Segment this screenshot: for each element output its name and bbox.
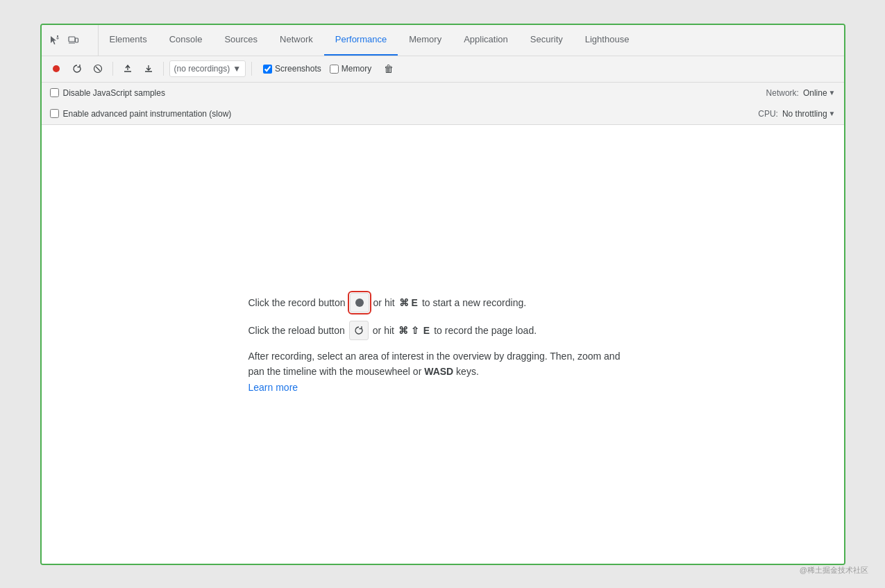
network-dropdown-arrow[interactable]: ▼ [829,89,836,96]
screenshots-checkbox[interactable] [263,65,272,74]
disable-js-samples-checkbox[interactable] [50,88,59,97]
memory-checkbox[interactable] [330,65,339,74]
svg-rect-2 [69,37,75,42]
reload-line-text: Click the reload button [248,325,345,336]
recordings-dropdown[interactable]: (no recordings) ▼ [169,60,246,77]
tab-security[interactable]: Security [519,25,574,56]
settings-row-2: Enable advanced paint instrumentation (s… [42,103,844,124]
advanced-paint-text: Enable advanced paint instrumentation (s… [63,109,232,119]
reload-or-text: or hit [373,325,394,336]
cpu-select-wrapper: No throttling ▼ [782,109,836,119]
reload-end-text: to record the page load. [434,325,537,336]
trash-icon: 🗑 [384,63,394,74]
tab-performance[interactable]: Performance [324,25,398,56]
settings-row-1: Disable JavaScript samples Network: Onli… [42,83,844,103]
tab-network[interactable]: Network [269,25,324,56]
device-mode-icon[interactable] [67,33,81,47]
performance-toolbar: (no recordings) ▼ Screenshots Memory 🗑 [42,56,844,83]
tab-application[interactable]: Application [453,25,519,56]
tab-lighthouse[interactable]: Lighthouse [574,25,641,56]
cpu-dropdown-arrow[interactable]: ▼ [829,110,836,117]
network-label: Network: [766,88,799,98]
toolbar-divider-3 [251,62,252,76]
cpu-label: CPU: [758,109,778,119]
record-end-text: to start a new recording. [422,297,526,308]
svg-rect-1 [57,37,58,39]
reload-instruction-row: Click the reload button or hit ⌘ ⇧ E to … [248,321,637,340]
delete-recordings-button[interactable]: 🗑 [380,60,398,78]
tab-console[interactable]: Console [158,25,214,56]
network-setting: Network: Online ▼ [766,88,836,98]
devtools-window: Elements Console Sources Network Perform… [40,24,845,565]
svg-line-7 [96,67,100,71]
toolbar-divider-2 [163,62,164,76]
record-inline-button[interactable] [350,293,369,312]
record-line-text: Click the record button [248,297,346,308]
wasd-text: WASD [424,366,453,377]
memory-checkbox-group[interactable]: Memory [330,64,371,74]
advanced-paint-row: Enable advanced paint instrumentation (s… [50,109,232,119]
cpu-setting: CPU: No throttling ▼ [758,109,835,119]
reload-record-button[interactable] [68,60,86,78]
disable-js-samples-text: Disable JavaScript samples [63,88,165,98]
settings-panel: Disable JavaScript samples Network: Onli… [42,83,844,125]
delete-button-area: 🗑 [380,60,398,78]
disable-js-samples-label[interactable]: Disable JavaScript samples [50,88,165,98]
main-content: Click the record button or hit ⌘ E to st… [42,125,844,564]
screenshots-checkbox-group[interactable]: Screenshots [263,64,321,74]
reload-bold-e: E [423,325,430,336]
svg-rect-3 [75,38,78,42]
memory-label: Memory [342,64,371,74]
svg-rect-0 [57,35,58,37]
tab-icons [42,25,99,56]
reload-key-text: ⌘ ⇧ [398,325,419,336]
watermark: @稀土掘金技术社区 [800,565,868,576]
cpu-value: No throttling [782,109,827,119]
recordings-placeholder: (no recordings) [174,64,230,74]
record-button[interactable] [47,60,65,78]
upload-button[interactable] [119,60,137,78]
learn-more-link[interactable]: Learn more [248,382,298,393]
advanced-paint-label[interactable]: Enable advanced paint instrumentation (s… [50,109,232,119]
network-value: Online [803,88,827,98]
description-block: After recording, select an area of inter… [248,348,637,395]
instructions-block: Click the record button or hit ⌘ E to st… [235,279,651,409]
record-dot-icon [355,299,364,307]
download-button[interactable] [140,60,158,78]
record-or-text: or hit [373,297,395,308]
toolbar-divider-1 [112,62,113,76]
tab-bar: Elements Console Sources Network Perform… [42,25,844,56]
tabs-list: Elements Console Sources Network Perform… [99,25,844,56]
record-instruction-row: Click the record button or hit ⌘ E to st… [248,293,637,312]
svg-point-5 [53,65,60,72]
cursor-inspector-icon[interactable] [47,33,61,47]
record-key-text: ⌘ E [399,297,418,308]
reload-inline-button[interactable] [349,321,369,340]
screenshots-label: Screenshots [275,64,321,74]
disable-js-samples-row: Disable JavaScript samples [50,88,165,98]
tab-sources[interactable]: Sources [213,25,269,56]
recordings-dropdown-arrow: ▼ [233,64,241,74]
network-select-wrapper: Online ▼ [803,88,836,98]
advanced-paint-checkbox[interactable] [50,109,59,118]
tab-elements[interactable]: Elements [99,25,158,56]
description-end-text: keys. [456,366,479,377]
tab-memory[interactable]: Memory [398,25,453,56]
clear-button[interactable] [89,60,107,78]
